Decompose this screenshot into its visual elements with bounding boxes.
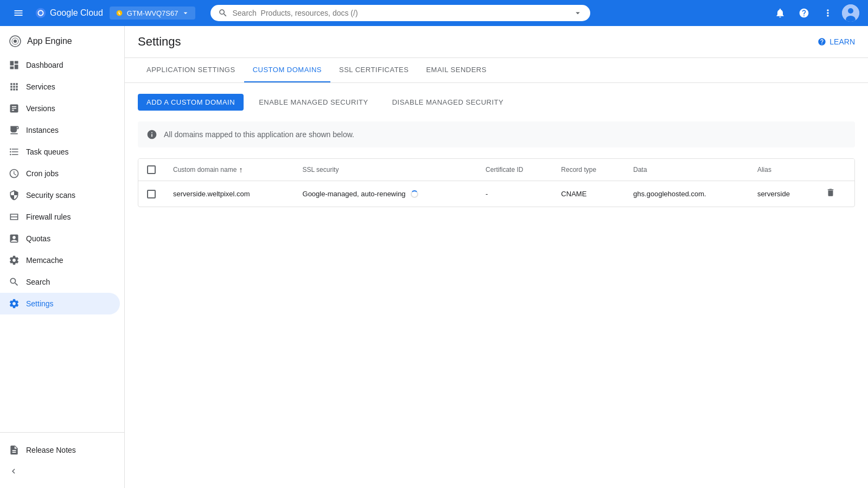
settings-nav-icon xyxy=(9,298,20,309)
header-domain-name[interactable]: Custom domain name ↑ xyxy=(164,159,294,181)
sidebar-collapse-button[interactable] xyxy=(0,461,124,481)
menu-icon xyxy=(13,8,24,18)
sidebar-item-dashboard[interactable]: Dashboard xyxy=(0,54,120,76)
info-message: All domains mapped to this application a… xyxy=(164,130,354,139)
sidebar-item-instances[interactable]: Instances xyxy=(0,119,120,141)
project-name: GTM-WVQ7S67 xyxy=(127,9,178,17)
tab-app-settings[interactable]: APPLICATION SETTINGS xyxy=(138,58,244,82)
menu-button[interactable] xyxy=(9,3,28,23)
row-actions xyxy=(817,181,854,207)
main-layout: App Engine Dashboard Services xyxy=(0,26,868,488)
avatar-image xyxy=(842,4,859,22)
select-all-checkbox[interactable] xyxy=(147,165,156,174)
add-custom-domain-button[interactable]: ADD A CUSTOM DOMAIN xyxy=(138,94,244,111)
header-checkbox-cell xyxy=(138,159,164,181)
sidebar-nav: Dashboard Services Versions xyxy=(0,54,124,432)
header-data: Data xyxy=(624,159,749,181)
enable-managed-security-button[interactable]: ENABLE MANAGED SECURITY xyxy=(250,94,377,111)
main-content: Settings LEARN APPLICATION SETTINGS CUST… xyxy=(125,26,868,488)
cron-jobs-icon xyxy=(9,168,20,179)
instances-icon xyxy=(9,125,20,136)
table-header-row: Custom domain name ↑ SSL security Certif… xyxy=(138,159,854,181)
row-certificate-id: - xyxy=(477,181,552,207)
header-record-type: Record type xyxy=(552,159,624,181)
sidebar-label-settings: Settings xyxy=(26,299,54,308)
collapse-icon xyxy=(9,466,18,476)
info-banner: All domains mapped to this application a… xyxy=(138,121,855,147)
project-selector[interactable]: GTM-WVQ7S67 xyxy=(110,7,196,20)
sidebar-item-security-scans[interactable]: Security scans xyxy=(0,184,120,206)
sidebar-item-release-notes[interactable]: Release Notes xyxy=(0,439,120,461)
tabs-bar: APPLICATION SETTINGS CUSTOM DOMAINS SSL … xyxy=(125,58,868,83)
tab-email-senders[interactable]: EMAIL SENDERS xyxy=(417,58,495,82)
delete-icon xyxy=(826,188,835,197)
row-domain-name: serverside.weltpixel.com xyxy=(164,181,294,207)
services-icon xyxy=(9,81,20,92)
learn-label: LEARN xyxy=(829,37,855,46)
sidebar-item-search[interactable]: Search xyxy=(0,271,120,293)
tab-ssl-certificates[interactable]: SSL CERTIFICATES xyxy=(330,58,417,82)
project-icon xyxy=(115,9,124,17)
header-certificate-id: Certificate ID xyxy=(477,159,552,181)
task-queues-icon xyxy=(9,146,20,157)
sidebar-label-versions: Versions xyxy=(26,104,55,113)
search-dropdown-icon[interactable] xyxy=(573,8,583,18)
sidebar-item-settings[interactable]: Settings xyxy=(0,293,120,314)
top-header: Google Cloud GTM-WVQ7S67 xyxy=(0,0,868,26)
tab-custom-domains[interactable]: CUSTOM DOMAINS xyxy=(244,58,330,82)
domains-table-container: Custom domain name ↑ SSL security Certif… xyxy=(138,158,855,207)
google-cloud-logo: Google Cloud xyxy=(35,7,103,19)
sidebar-item-task-queues[interactable]: Task queues xyxy=(0,141,120,163)
sidebar-item-services[interactable]: Services xyxy=(0,76,120,98)
header-alias: Alias xyxy=(749,159,817,181)
domains-table: Custom domain name ↑ SSL security Certif… xyxy=(138,159,854,207)
row-checkbox-cell xyxy=(138,181,164,207)
row-ssl-security: Google-managed, auto-renewing xyxy=(294,181,477,207)
dashboard-icon xyxy=(9,60,20,70)
search-nav-icon xyxy=(9,277,20,287)
sidebar-item-quotas[interactable]: Quotas xyxy=(0,228,120,249)
dropdown-icon xyxy=(181,9,190,17)
sidebar-label-memcache: Memcache xyxy=(26,256,63,265)
help-icon xyxy=(799,8,809,18)
sidebar-label-search: Search xyxy=(26,278,50,286)
sidebar-item-versions[interactable]: Versions xyxy=(0,98,120,119)
sidebar-app-title: App Engine xyxy=(27,36,72,46)
learn-link[interactable]: LEARN xyxy=(818,37,855,46)
user-avatar[interactable] xyxy=(842,4,859,22)
table-body: serverside.weltpixel.com Google-managed,… xyxy=(138,181,854,207)
release-notes-icon xyxy=(9,445,20,455)
sidebar-label-task-queues: Task queues xyxy=(26,147,69,156)
notifications-button[interactable] xyxy=(770,3,790,23)
sidebar-item-firewall-rules[interactable]: Firewall rules xyxy=(0,206,120,228)
firewall-rules-icon xyxy=(9,211,20,222)
row-checkbox[interactable] xyxy=(147,190,156,198)
search-bar[interactable] xyxy=(210,5,590,21)
info-icon xyxy=(146,129,157,140)
sidebar-label-quotas: Quotas xyxy=(26,234,50,243)
search-icon xyxy=(218,8,228,18)
page-header: Settings LEARN xyxy=(125,26,868,58)
sort-arrow-icon: ↑ xyxy=(239,165,242,174)
row-data: ghs.googlehosted.com. xyxy=(624,181,749,207)
delete-row-button[interactable] xyxy=(826,189,835,200)
help-button[interactable] xyxy=(794,3,814,23)
sidebar-label-instances: Instances xyxy=(26,126,59,134)
search-input[interactable] xyxy=(232,9,569,17)
security-scans-icon xyxy=(9,190,20,201)
disable-managed-security-button[interactable]: DISABLE MANAGED SECURITY xyxy=(384,94,513,111)
sidebar: App Engine Dashboard Services xyxy=(0,26,125,488)
sidebar-item-cron-jobs[interactable]: Cron jobs xyxy=(0,163,120,184)
logo-text: Google Cloud xyxy=(50,8,103,18)
sidebar-label-release-notes: Release Notes xyxy=(26,446,76,454)
sidebar-label-cron-jobs: Cron jobs xyxy=(26,169,59,178)
more-button[interactable] xyxy=(818,3,838,23)
content-area: ADD A CUSTOM DOMAIN ENABLE MANAGED SECUR… xyxy=(125,83,868,218)
sidebar-label-security-scans: Security scans xyxy=(26,191,75,200)
app-engine-icon xyxy=(9,35,22,48)
sidebar-item-memcache[interactable]: Memcache xyxy=(0,249,120,271)
google-cloud-icon xyxy=(35,7,47,19)
row-alias: serverside xyxy=(749,181,817,207)
ssl-loading-spinner xyxy=(411,190,418,198)
memcache-icon xyxy=(9,255,20,266)
